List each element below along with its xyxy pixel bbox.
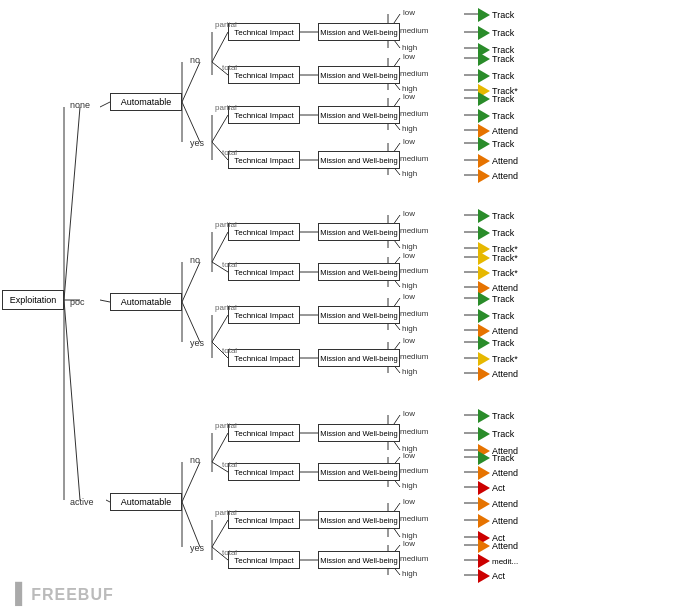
result-11a: Attend bbox=[478, 497, 518, 511]
green-arrow bbox=[478, 92, 490, 106]
green-arrow bbox=[478, 209, 490, 223]
svg-line-81 bbox=[212, 520, 228, 547]
result-3c: Attend bbox=[478, 124, 518, 138]
low-3: low bbox=[403, 92, 415, 101]
result-4c: Attend bbox=[478, 169, 518, 183]
low-7: low bbox=[403, 292, 415, 301]
med-4: medium bbox=[400, 154, 428, 163]
green-arrow bbox=[478, 409, 490, 423]
ti-none-yes-partial: Technical Impact bbox=[228, 106, 300, 124]
low-11: low bbox=[403, 497, 415, 506]
orange-arrow bbox=[478, 497, 490, 511]
mwb-active-yes-partial: Mission and Well-being bbox=[318, 511, 400, 529]
red-arrow bbox=[478, 569, 490, 583]
med-1: medium bbox=[400, 26, 428, 35]
total-none-no: total bbox=[222, 63, 237, 72]
total-active-no: total bbox=[222, 460, 237, 469]
total-none-yes: total bbox=[222, 148, 237, 157]
svg-line-66 bbox=[182, 502, 200, 547]
total-active-yes: total bbox=[222, 548, 237, 557]
result-5a: Track bbox=[478, 209, 514, 223]
result-10c: Act bbox=[478, 481, 505, 495]
ti-poc-no-total: Technical Impact bbox=[228, 263, 300, 281]
svg-line-39 bbox=[212, 232, 228, 262]
med-3: medium bbox=[400, 109, 428, 118]
watermark-icon: ▐ bbox=[8, 582, 24, 604]
svg-line-23 bbox=[212, 115, 228, 142]
yes-none: yes bbox=[190, 138, 204, 148]
high-5: high bbox=[402, 242, 417, 251]
low-10: low bbox=[403, 451, 415, 460]
orange-arrow bbox=[478, 169, 490, 183]
green-arrow bbox=[478, 109, 490, 123]
low-5: low bbox=[403, 209, 415, 218]
result-2b: Track bbox=[478, 69, 514, 83]
mwb-none-yes-partial: Mission and Well-being bbox=[318, 106, 400, 124]
med-12: medium bbox=[400, 554, 428, 563]
low-1: low bbox=[403, 8, 415, 17]
yes-active: yes bbox=[190, 543, 204, 553]
green-arrow bbox=[478, 52, 490, 66]
yellow-arrow bbox=[478, 251, 490, 265]
yes-poc: yes bbox=[190, 338, 204, 348]
result-4b: Attend bbox=[478, 154, 518, 168]
green-arrow bbox=[478, 451, 490, 465]
high-1: high bbox=[402, 43, 417, 52]
mwb-none-no-partial: Mission and Well-being bbox=[318, 23, 400, 41]
orange-arrow bbox=[478, 367, 490, 381]
low-12: low bbox=[403, 539, 415, 548]
partial-none-no: partial bbox=[215, 20, 237, 29]
yellow-arrow bbox=[478, 266, 490, 280]
green-arrow bbox=[478, 292, 490, 306]
high-4: high bbox=[402, 169, 417, 178]
med-5: medium bbox=[400, 226, 428, 235]
result-6b: Track* bbox=[478, 266, 518, 280]
result-1a: Track bbox=[478, 8, 514, 22]
result-8a: Track bbox=[478, 336, 514, 350]
result-9a: Track bbox=[478, 409, 514, 423]
med-9: medium bbox=[400, 427, 428, 436]
mwb-active-no-partial: Mission and Well-being bbox=[318, 424, 400, 442]
green-arrow bbox=[478, 309, 490, 323]
mwb-none-no-total: Mission and Well-being bbox=[318, 66, 400, 84]
no-none: no bbox=[190, 55, 200, 65]
svg-line-8 bbox=[182, 102, 200, 142]
med-6: medium bbox=[400, 266, 428, 275]
high-7: high bbox=[402, 324, 417, 333]
green-arrow bbox=[478, 8, 490, 22]
ti-active-no-total: Technical Impact bbox=[228, 463, 300, 481]
green-arrow bbox=[478, 69, 490, 83]
orange-arrow bbox=[478, 466, 490, 480]
ti-active-yes-total: Technical Impact bbox=[228, 551, 300, 569]
result-5b: Track bbox=[478, 226, 514, 240]
green-arrow bbox=[478, 427, 490, 441]
low-2: low bbox=[403, 52, 415, 61]
ti-poc-yes-partial: Technical Impact bbox=[228, 306, 300, 324]
orange-arrow bbox=[478, 539, 490, 553]
med-11: medium bbox=[400, 514, 428, 523]
svg-line-7 bbox=[182, 62, 200, 102]
low-6: low bbox=[403, 251, 415, 260]
svg-line-2 bbox=[64, 300, 80, 500]
result-3a: Track bbox=[478, 92, 514, 106]
automatable-none: Automatable bbox=[110, 93, 182, 111]
result-12c: Act bbox=[478, 569, 505, 583]
ti-none-yes-total: Technical Impact bbox=[228, 151, 300, 169]
result-7b: Track bbox=[478, 309, 514, 323]
result-10b: Attend bbox=[478, 466, 518, 480]
mwb-poc-yes-total: Mission and Well-being bbox=[318, 349, 400, 367]
result-12a: Attend bbox=[478, 539, 518, 553]
high-8: high bbox=[402, 367, 417, 376]
result-6a: Track* bbox=[478, 251, 518, 265]
med-2: medium bbox=[400, 69, 428, 78]
mwb-poc-no-total: Mission and Well-being bbox=[318, 263, 400, 281]
mwb-active-yes-total: Mission and Well-being bbox=[318, 551, 400, 569]
partial-none-yes: partial bbox=[215, 103, 237, 112]
ti-none-no-total: Technical Impact bbox=[228, 66, 300, 84]
ti-none-no-partial: Technical Impact bbox=[228, 23, 300, 41]
orange-arrow bbox=[478, 514, 490, 528]
result-8c: Attend bbox=[478, 367, 518, 381]
low-4: low bbox=[403, 137, 415, 146]
result-1b: Track bbox=[478, 26, 514, 40]
result-4a: Track bbox=[478, 137, 514, 151]
